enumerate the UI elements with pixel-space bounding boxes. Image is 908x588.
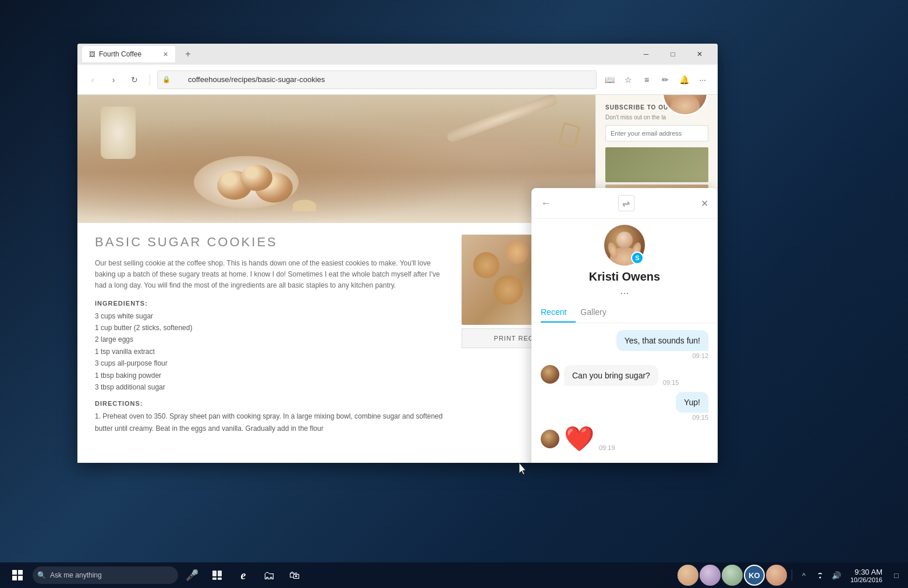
more-button[interactable]: ··· (694, 72, 711, 88)
windows-logo (12, 570, 23, 580)
skype-profile: S Kristi Owens ··· (531, 219, 718, 303)
svg-point-4 (819, 577, 821, 579)
explorer-button[interactable]: 🗂 (257, 562, 281, 588)
refresh-button[interactable]: ↻ (126, 72, 143, 88)
svg-rect-3 (218, 578, 222, 580)
sidebar-thumbnail (605, 147, 708, 182)
hero-image (77, 95, 595, 223)
back-button[interactable]: ‹ (84, 72, 101, 88)
notifications-button[interactable]: 🔔 (676, 72, 692, 88)
store-button[interactable]: 🛍 (283, 562, 306, 588)
profile-actions: ··· (611, 284, 638, 303)
contact-name: Kristi Owens (589, 270, 660, 284)
more-options-button[interactable]: ··· (620, 287, 629, 299)
svg-rect-0 (212, 571, 217, 576)
taskbar-avatar-ko[interactable]: KO (744, 565, 765, 586)
cursor (519, 463, 527, 478)
newsletter-description: Don't miss out on the la (605, 114, 708, 121)
lock-icon: 🔒 (162, 76, 171, 83)
ingredient-item: 3 cups white sugar (95, 310, 444, 322)
message-row: Can you bring sugar? 09:15 (541, 365, 708, 386)
favorites-button[interactable]: ☆ (620, 72, 636, 88)
ingredient-item: 1 cup butter (2 sticks, softened) (95, 322, 444, 334)
action-center-button[interactable]: □ (889, 562, 903, 588)
tab-recent[interactable]: Recent (541, 303, 576, 323)
taskbar-avatar-1[interactable] (678, 565, 698, 586)
message-row: Yup! 09:15 (541, 392, 708, 421)
skype-tabs: Recent Gallery (531, 303, 718, 323)
network-icon[interactable] (813, 562, 827, 588)
tab-close-button[interactable]: ✕ (163, 51, 168, 58)
tab-gallery[interactable]: Gallery (580, 303, 615, 323)
reader-view-button[interactable]: 📖 (601, 72, 618, 88)
recipe-text: BASIC SUGAR COOKIES Our best selling coo… (95, 235, 444, 434)
taskbar-avatars: KO (678, 565, 787, 586)
skype-panel: ← ⇌ ✕ S Kristi Owens (531, 188, 718, 463)
cortana-mic-button[interactable]: 🎤 (180, 562, 204, 588)
sent-message: Yes, that sounds fun! (616, 330, 708, 351)
search-placeholder: Ask me anything (50, 571, 102, 579)
skype-badge: S (631, 252, 644, 264)
sender-avatar (541, 430, 559, 448)
hub-button[interactable]: ≡ (639, 72, 655, 88)
message-time: 09:12 (541, 352, 708, 359)
taskbar-right: KO ^ 🔊 9:30 AM 10/26/2016 □ (678, 562, 903, 588)
skype-close-button[interactable]: ✕ (701, 198, 708, 209)
message-row: Yes, that sounds fun! 09:12 (541, 330, 708, 359)
newsletter-email-input[interactable] (605, 125, 708, 141)
message-row: ❤️ 09:19 (541, 427, 708, 451)
received-message: Can you bring sugar? (564, 365, 658, 386)
taskbar-avatar-2[interactable] (700, 565, 721, 586)
browser-window: 🖼 Fourth Coffee ✕ + ─ □ ✕ ‹ › ↻ 🔒 coffee… (77, 44, 718, 463)
taskbar-avatar-3[interactable] (722, 565, 743, 586)
ingredient-item: 3 tbsp additional sugar (95, 381, 444, 393)
taskbar-avatar-4[interactable] (766, 565, 787, 586)
tab-favicon: 🖼 (89, 51, 95, 58)
address-bar: ‹ › ↻ 🔒 coffeehouse/recipes/basic-sugar-… (77, 65, 718, 95)
window-controls: ─ □ ✕ (633, 44, 713, 65)
directions-text: 1. Preheat oven to 350. Spray sheet pan … (95, 410, 444, 434)
message-time: 09:15 (663, 379, 679, 386)
profile-avatar: S (604, 225, 645, 265)
close-button[interactable]: ✕ (686, 44, 713, 65)
maximize-button[interactable]: □ (659, 44, 686, 65)
taskbar-clock[interactable]: 9:30 AM 10/26/2016 (846, 568, 887, 583)
messages-area[interactable]: Yes, that sounds fun! 09:12 Can you brin… (531, 323, 718, 463)
search-icon: 🔍 (37, 571, 46, 579)
task-view-button[interactable] (206, 562, 229, 588)
page-content: BASIC SUGAR COOKIES Our best selling coo… (77, 95, 595, 463)
new-tab-button[interactable]: + (180, 46, 196, 62)
heart-emoji: ❤️ (564, 427, 594, 451)
recipe-section: BASIC SUGAR COOKIES Our best selling coo… (77, 223, 595, 446)
url-bar[interactable]: 🔒 coffeehouse/recipes/basic-sugar-cookie… (157, 70, 597, 89)
ingredient-item: 2 large eggs (95, 334, 444, 345)
message-time: 09:19 (599, 444, 615, 451)
clock-time: 9:30 AM (854, 568, 882, 576)
clock-date: 10/26/2016 (850, 576, 882, 583)
tab-title: Fourth Coffee (99, 50, 141, 58)
webpage: BASIC SUGAR COOKIES Our best selling coo… (77, 95, 718, 463)
message-time: 09:15 (541, 414, 708, 421)
sent-message: Yup! (676, 392, 708, 413)
skype-transfer-button[interactable]: ⇌ (618, 195, 634, 211)
forward-button[interactable]: › (105, 72, 122, 88)
ingredients-list: 3 cups white sugar 1 cup butter (2 stick… (95, 310, 444, 394)
start-button[interactable] (5, 562, 30, 588)
skype-header: ← ⇌ ✕ (531, 188, 718, 219)
taskbar: 🔍 Ask me anything 🎤 e 🗂 🛍 KO (0, 562, 908, 588)
recipe-description: Our best selling cookie at the coffee sh… (95, 258, 444, 292)
minimize-button[interactable]: ─ (633, 44, 659, 65)
title-bar: 🖼 Fourth Coffee ✕ + ─ □ ✕ (77, 44, 718, 65)
svg-marker-5 (519, 463, 526, 474)
skype-back-button[interactable]: ← (541, 197, 551, 210)
volume-icon[interactable]: 🔊 (829, 562, 843, 588)
browser-tab[interactable]: 🖼 Fourth Coffee ✕ (82, 46, 175, 62)
note-button[interactable]: ✏ (657, 72, 673, 88)
search-bar[interactable]: 🔍 Ask me anything (33, 566, 178, 584)
toolbar-icons: 📖 ☆ ≡ ✏ 🔔 ··· (601, 72, 711, 88)
edge-button[interactable]: e (232, 562, 255, 588)
recipe-title: BASIC SUGAR COOKIES (95, 235, 444, 250)
notifications-chevron[interactable]: ^ (797, 562, 811, 588)
ingredient-item: 1 tsp vanilla extract (95, 346, 444, 357)
directions-title: DIRECTIONS: (95, 400, 444, 407)
